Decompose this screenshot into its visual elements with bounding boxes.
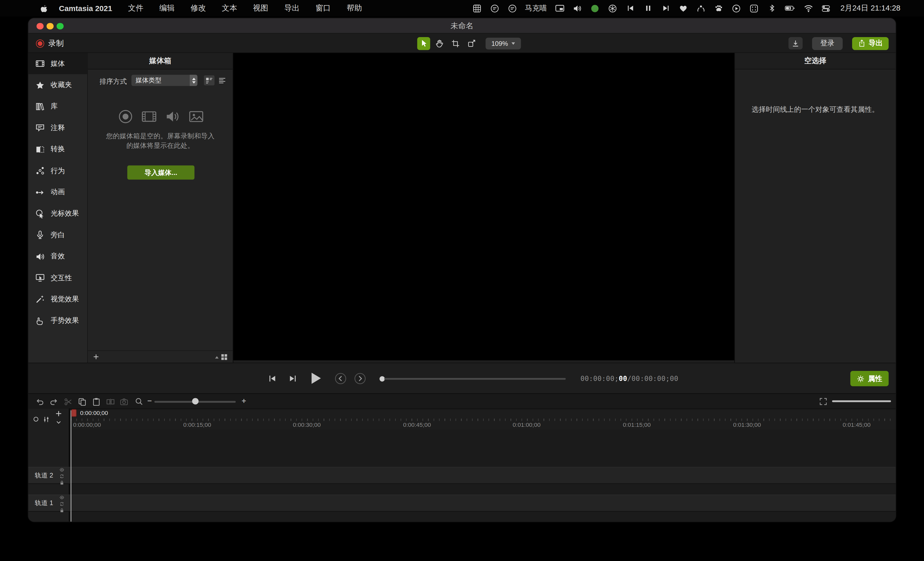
green-dot-icon[interactable]: [590, 3, 600, 13]
expand-timeline-button[interactable]: [819, 397, 828, 407]
timeline-ruler[interactable]: 0:00:00;00 0:00:15;00 0:00:30;00 0:00:45…: [28, 408, 896, 429]
sidebar-item-behaviors[interactable]: 行为: [28, 160, 87, 182]
menu-file[interactable]: 文件: [128, 3, 143, 13]
hands-icon[interactable]: [696, 3, 706, 13]
menubar-clock[interactable]: 2月24日 21:14:28: [840, 3, 900, 13]
split-button[interactable]: [105, 397, 115, 407]
cut-button[interactable]: [63, 397, 73, 407]
mixer-icon[interactable]: [42, 416, 50, 423]
login-button[interactable]: 登录: [812, 37, 843, 50]
battery-icon[interactable]: [784, 3, 796, 13]
sidebar-item-visual-effects[interactable]: 视觉效果: [28, 289, 87, 310]
menu-edit[interactable]: 编辑: [159, 3, 174, 13]
redo-button[interactable]: [49, 397, 58, 407]
track-eye-icon[interactable]: [60, 495, 64, 500]
pause-icon[interactable]: [643, 3, 653, 13]
properties-button[interactable]: 属性: [850, 371, 889, 386]
screen-mirroring-icon[interactable]: [555, 3, 565, 13]
record-indicator-icon[interactable]: [33, 417, 38, 421]
skip-back-icon[interactable]: [625, 3, 635, 13]
paste-button[interactable]: [91, 397, 101, 407]
input-source-icon[interactable]: [749, 3, 759, 13]
undo-button[interactable]: [35, 397, 44, 407]
menu-window[interactable]: 窗口: [316, 3, 331, 13]
sidebar-item-audio-effects[interactable]: 音效: [28, 246, 87, 267]
chat-icon[interactable]: [490, 3, 500, 13]
menu-view[interactable]: 视图: [253, 3, 268, 13]
canvas[interactable]: [233, 53, 734, 361]
apple-icon[interactable]: [39, 3, 49, 13]
crop-tool-button[interactable]: [449, 37, 462, 50]
screenshot-button[interactable]: [119, 397, 129, 407]
track-loop-icon[interactable]: [60, 474, 64, 479]
add-track-button[interactable]: [55, 410, 63, 417]
view-thumbnails-button[interactable]: [204, 75, 214, 85]
control-center-icon[interactable]: [821, 3, 831, 13]
add-media-button[interactable]: [93, 353, 99, 360]
track-lane-1[interactable]: [70, 495, 896, 512]
scrubber-track[interactable]: [384, 378, 566, 380]
import-media-button[interactable]: 导入媒体...: [128, 165, 195, 180]
sidebar-item-favorites[interactable]: 收藏夹: [28, 75, 87, 96]
sidebar-item-gesture-effects[interactable]: 手势效果: [28, 310, 87, 332]
timeline-zoom-slider-handle[interactable]: [192, 398, 198, 404]
paw-icon[interactable]: [714, 3, 724, 13]
grid-view-button[interactable]: [215, 353, 228, 361]
menu-text[interactable]: 文本: [222, 3, 237, 13]
next-frame-button[interactable]: [288, 374, 298, 383]
volume-icon[interactable]: [572, 3, 582, 13]
status-text[interactable]: 马克喵: [525, 3, 547, 13]
sidebar-item-transitions[interactable]: 转换: [28, 139, 87, 160]
sidebar-item-media[interactable]: 媒体: [28, 53, 87, 75]
skip-forward-icon[interactable]: [661, 3, 671, 13]
sidebar-item-narration[interactable]: 旁白: [28, 224, 87, 246]
timeline-tracks[interactable]: [28, 430, 896, 522]
jump-forward-button[interactable]: [354, 373, 366, 384]
track-loop-icon[interactable]: [60, 501, 64, 506]
canvas-zoom-select[interactable]: 109%: [486, 37, 521, 49]
menu-export[interactable]: 导出: [284, 3, 300, 13]
play-circle-icon[interactable]: [731, 3, 741, 13]
grid-icon[interactable]: [472, 3, 482, 13]
sidebar-item-label: 旁白: [51, 230, 65, 240]
pan-tool-button[interactable]: [433, 37, 446, 50]
previous-frame-button[interactable]: [268, 374, 277, 383]
copy-button[interactable]: [77, 397, 87, 407]
sidebar-item-annotations[interactable]: 注释: [28, 117, 87, 139]
track-lock-icon[interactable]: [60, 508, 64, 513]
select-tool-button[interactable]: [417, 37, 430, 50]
view-list-button[interactable]: [217, 75, 227, 85]
bluetooth-icon[interactable]: [767, 3, 777, 13]
track-lane-2[interactable]: [70, 467, 896, 484]
playhead-line[interactable]: [70, 410, 71, 522]
close-button[interactable]: [37, 22, 44, 29]
zoom-out-button[interactable]: −: [147, 396, 152, 405]
app-menu-title[interactable]: Camtasia 2021: [59, 4, 112, 13]
playhead-handle[interactable]: [71, 409, 77, 417]
export-button[interactable]: 导出: [852, 37, 889, 50]
record-button[interactable]: 录制: [36, 33, 63, 53]
zoom-button[interactable]: [57, 22, 63, 29]
chat-icon-2[interactable]: [507, 3, 517, 13]
timeline-scrollbar[interactable]: [832, 400, 891, 402]
menu-help[interactable]: 帮助: [347, 3, 362, 13]
download-button[interactable]: [788, 37, 802, 49]
heart-icon[interactable]: [678, 3, 688, 13]
menu-modify[interactable]: 修改: [190, 3, 206, 13]
activity-icon[interactable]: [608, 3, 618, 13]
sidebar-item-interactivity[interactable]: 交互性: [28, 267, 87, 289]
scale-tool-button[interactable]: [465, 37, 478, 50]
sidebar-item-animations[interactable]: 动画: [28, 182, 87, 203]
track-lock-icon[interactable]: [60, 480, 64, 485]
minimize-button[interactable]: [46, 22, 53, 29]
zoom-in-button[interactable]: +: [242, 396, 246, 405]
sort-by-select[interactable]: 媒体类型: [132, 75, 198, 86]
jump-back-button[interactable]: [334, 373, 346, 384]
resize-handle-icon: [215, 356, 219, 358]
chevron-down-icon[interactable]: [56, 419, 62, 425]
play-button[interactable]: [308, 370, 324, 386]
wifi-icon[interactable]: [803, 3, 813, 13]
sidebar-item-library[interactable]: 库: [28, 96, 87, 117]
sidebar-item-cursor-effects[interactable]: 光标效果: [28, 203, 87, 224]
track-eye-icon[interactable]: [60, 468, 64, 472]
